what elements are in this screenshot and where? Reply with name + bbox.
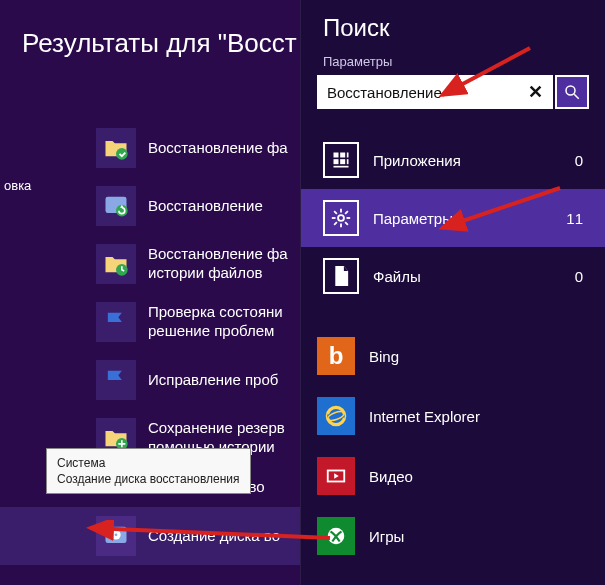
- scope-count: 11: [566, 210, 583, 227]
- result-item-label: Создание диска во: [148, 527, 280, 546]
- scope-apps[interactable]: Приложения 0: [301, 131, 605, 189]
- search-input[interactable]: [327, 84, 524, 101]
- app-tile-label: Игры: [369, 528, 404, 545]
- scope-count: 0: [575, 152, 583, 169]
- scope-label: Приложения: [373, 152, 575, 169]
- result-item-label: Восстановление фа истории файлов: [148, 245, 288, 283]
- app-tile-label: Internet Explorer: [369, 408, 480, 425]
- result-item-label: Проверка состояни решение проблем: [148, 303, 283, 341]
- svg-rect-10: [334, 153, 339, 158]
- svg-point-0: [116, 148, 128, 160]
- search-heading: Поиск: [323, 14, 589, 42]
- search-icon: [563, 83, 581, 101]
- file-icon: [323, 258, 359, 294]
- result-item-fix-problems[interactable]: Исправление проб: [0, 351, 300, 409]
- bing-icon: b: [317, 337, 355, 375]
- flag-icon: [96, 302, 136, 342]
- result-item-create-recovery-disk[interactable]: Создание диска во: [0, 507, 300, 565]
- svg-rect-15: [347, 159, 349, 164]
- app-tile-list: b Bing Internet Explorer Видео Игры: [317, 329, 589, 563]
- scope-label: Параметры: [373, 210, 566, 227]
- results-pane: Результаты для "Восст овка Восстановлени…: [0, 0, 300, 585]
- tooltip-desc: Создание диска восстановления: [57, 471, 240, 487]
- search-row: ✕: [317, 75, 589, 109]
- ie-icon: [317, 397, 355, 435]
- app-tile-video[interactable]: Видео: [317, 449, 589, 503]
- svg-point-7: [115, 533, 118, 536]
- search-button[interactable]: [555, 75, 589, 109]
- scope-label: Файлы: [373, 268, 575, 285]
- apps-grid-icon: [323, 142, 359, 178]
- app-tile-ie[interactable]: Internet Explorer: [317, 389, 589, 443]
- result-item-file-history-restore[interactable]: Восстановление фа истории файлов: [0, 235, 300, 293]
- search-pane: Поиск Параметры ✕ Приложения 0 Параметры…: [300, 0, 605, 585]
- search-scope-label: Параметры: [323, 54, 589, 69]
- app-tile-games[interactable]: Игры: [317, 509, 589, 563]
- app-tile-label: Видео: [369, 468, 413, 485]
- recovery-icon: [96, 186, 136, 226]
- svg-point-17: [338, 215, 344, 221]
- scope-files[interactable]: Файлы 0: [301, 247, 605, 305]
- svg-rect-11: [340, 153, 345, 158]
- results-heading: Результаты для "Восст: [22, 28, 300, 59]
- clear-icon[interactable]: ✕: [524, 81, 547, 103]
- folder-restore-icon: [96, 128, 136, 168]
- tooltip: Система Создание диска восстановления: [46, 448, 251, 494]
- result-item-label: Восстановление фа: [148, 139, 288, 158]
- flag-icon: [96, 360, 136, 400]
- svg-line-24: [334, 222, 337, 225]
- svg-point-8: [566, 86, 575, 95]
- tooltip-title: Система: [57, 455, 240, 471]
- svg-rect-12: [347, 153, 349, 158]
- xbox-icon: [317, 517, 355, 555]
- app-tile-label: Bing: [369, 348, 399, 365]
- scope-count: 0: [575, 268, 583, 285]
- scope-settings[interactable]: Параметры 11: [301, 189, 605, 247]
- result-item-file-recovery[interactable]: Восстановление фа: [0, 119, 300, 177]
- gear-icon: [323, 200, 359, 236]
- svg-rect-16: [334, 166, 349, 168]
- result-item-label: Восстановление: [148, 197, 263, 216]
- folder-history-icon: [96, 244, 136, 284]
- svg-line-25: [345, 211, 348, 214]
- search-box[interactable]: ✕: [317, 75, 553, 109]
- video-icon: [317, 457, 355, 495]
- svg-line-22: [334, 211, 337, 214]
- result-list: Восстановление фа Восстановление Восстан…: [0, 119, 300, 565]
- disk-create-icon: [96, 516, 136, 556]
- result-item-label: Исправление проб: [148, 371, 278, 390]
- svg-line-23: [345, 222, 348, 225]
- result-item-troubleshoot[interactable]: Проверка состояни решение проблем: [0, 293, 300, 351]
- app-tile-bing[interactable]: b Bing: [317, 329, 589, 383]
- result-item-recovery[interactable]: Восстановление: [0, 177, 300, 235]
- svg-line-9: [574, 94, 579, 99]
- svg-rect-13: [334, 159, 339, 164]
- svg-rect-14: [340, 159, 345, 164]
